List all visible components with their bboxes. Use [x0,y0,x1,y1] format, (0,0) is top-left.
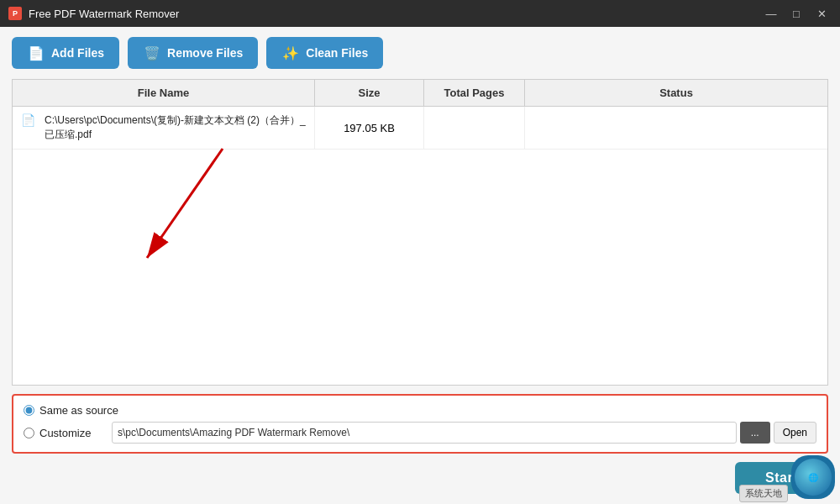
remove-files-icon: 🗑️ [143,44,161,62]
watermark-logo: 🌐 [791,455,835,499]
clean-files-button[interactable]: ✨ Clean Files [266,37,383,69]
table-row[interactable]: 📄 C:\Users\pc\Documents\(复制)-新建文本文档 (2)（… [13,107,827,150]
watermark-inner: 🌐 [795,459,832,496]
table-body: 📄 C:\Users\pc\Documents\(复制)-新建文本文档 (2)（… [13,107,827,385]
add-files-button[interactable]: 📄 Add Files [12,37,119,69]
file-name-text: C:\Users\pc\Documents\(复制)-新建文本文档 (2)（合并… [45,113,306,142]
file-size-cell: 197.05 KB [315,107,424,149]
remove-files-button[interactable]: 🗑️ Remove Files [128,37,258,69]
file-name-cell: 📄 C:\Users\pc\Documents\(复制)-新建文本文档 (2)（… [13,107,315,149]
toolbar: 📄 Add Files 🗑️ Remove Files ✨ Clean File… [12,37,828,69]
add-files-icon: 📄 [27,44,45,62]
app-icon: P [8,7,22,20]
bottom-bar: Start [12,462,828,494]
clean-files-icon: ✨ [281,44,300,62]
app-title: Free PDF Watermark Remover [29,8,761,20]
pdf-icon: 📄 [21,113,35,127]
output-path-input[interactable] [112,422,737,444]
watermark-text: 系统天地 [739,485,788,502]
file-status-cell [525,107,827,149]
arrow-annotation [113,132,281,300]
main-content: 📄 Add Files 🗑️ Remove Files ✨ Clean File… [0,27,840,504]
same-as-source-row: Same as source [24,404,816,417]
table-header: File Name Size Total Pages Status [13,80,827,107]
window-controls: — □ ✕ [761,5,832,22]
minimize-button[interactable]: — [761,5,781,22]
same-as-source-radio[interactable] [24,405,34,416]
column-status: Status [525,80,827,106]
same-as-source-label[interactable]: Same as source [39,404,118,417]
path-input-group: ... Open [112,422,816,444]
maximize-button[interactable]: □ [786,5,806,22]
title-bar: P Free PDF Watermark Remover — □ ✕ [0,0,840,27]
output-section: Same as source Customize ... Open [12,394,828,454]
file-table: File Name Size Total Pages Status 📄 C:\U… [12,79,828,386]
svg-line-1 [147,149,223,258]
close-button[interactable]: ✕ [811,5,832,22]
open-button[interactable]: Open [774,422,816,444]
column-file-name: File Name [13,80,315,106]
column-total-pages: Total Pages [424,80,525,106]
browse-button[interactable]: ... [740,422,770,444]
column-size: Size [315,80,424,106]
customize-radio[interactable] [24,428,34,438]
customize-row: Customize ... Open [24,422,816,444]
customize-label[interactable]: Customize [39,427,107,439]
file-total-pages-cell [424,107,525,149]
